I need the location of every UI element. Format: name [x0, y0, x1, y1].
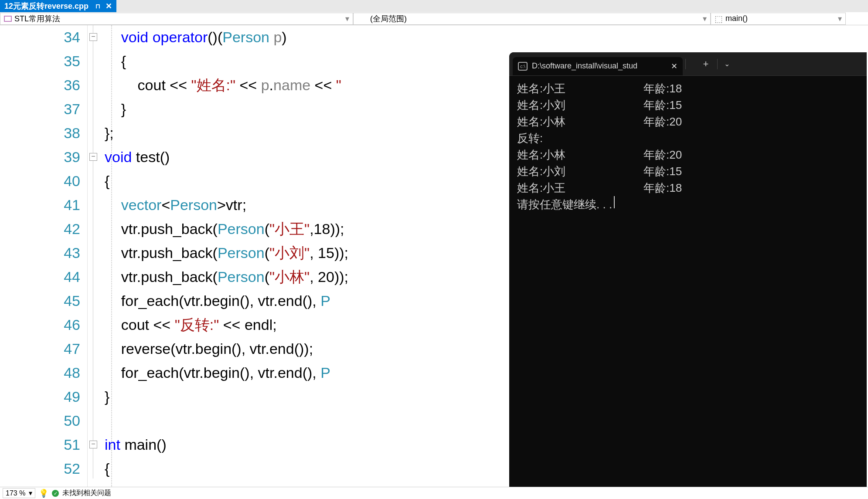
scope-dropdown[interactable]: STL常用算法 ▾ [0, 13, 353, 25]
terminal-line: 姓名:小王年龄:18 [517, 180, 859, 196]
cursor [614, 196, 615, 208]
line-number: 44 [0, 265, 80, 289]
divider [717, 59, 718, 69]
issues-text: 未找到相关问题 [62, 489, 111, 498]
line-number: 40 [0, 169, 80, 193]
fold-toggle[interactable]: − [89, 441, 97, 448]
close-icon[interactable]: ✕ [106, 1, 112, 11]
terminal-line: 姓名:小刘年龄:15 [517, 163, 859, 180]
file-tab-bar: 12元素反转reverse.cpp ⊓ ✕ [0, 0, 868, 12]
fold-toggle[interactable]: − [89, 33, 97, 41]
code-line: void operator()(Person p) [105, 25, 868, 49]
file-tab-name: 12元素反转reverse.cpp [4, 1, 89, 11]
global-label: (全局范围) [370, 14, 407, 24]
function-dropdown[interactable]: ⬚ main() ▾ [711, 13, 846, 25]
line-number: 34 [0, 25, 80, 49]
file-tab-active[interactable]: 12元素反转reverse.cpp ⊓ ✕ [0, 0, 116, 12]
fold-column: − − − [87, 25, 105, 487]
new-tab-button[interactable]: + [697, 58, 715, 70]
chevron-down-icon: ▾ [838, 14, 842, 24]
terminal-tab[interactable]: c:\ D:\software_install\visual_stud ✕ [513, 57, 683, 75]
divider [685, 59, 686, 69]
line-number: 35 [0, 49, 80, 73]
line-number: 42 [0, 217, 80, 241]
line-number: 43 [0, 241, 80, 265]
line-number: 46 [0, 313, 80, 337]
terminal-line: 反转: [517, 130, 859, 146]
tab-dropdown-icon[interactable]: ⌄ [720, 60, 733, 68]
check-circle-icon: ✓ [52, 490, 59, 497]
terminal-prompt: 请按任意键继续. . . [517, 196, 859, 213]
terminal-line: 姓名:小林年龄:20 [517, 146, 859, 163]
status-bar: 173 % ▾ 💡 ✓ 未找到相关问题 [0, 487, 868, 499]
terminal-window[interactable]: c:\ D:\software_install\visual_stud ✕ + … [509, 52, 867, 488]
lightbulb-icon[interactable]: 💡 [39, 489, 48, 498]
scope-label: STL常用算法 [14, 14, 60, 24]
chevron-down-icon: ▾ [345, 14, 349, 24]
terminal-line: 姓名:小刘年龄:15 [517, 97, 859, 113]
line-number-gutter: 34 35 36 37 38 39 40 41 42 43 44 45 46 4… [0, 25, 87, 487]
line-number: 39 [0, 145, 80, 169]
global-scope-dropdown[interactable]: (全局范围) ▾ [353, 13, 711, 25]
terminal-output[interactable]: 姓名:小王年龄:18 姓名:小刘年龄:15 姓名:小林年龄:20 反转: 姓名:… [509, 76, 867, 217]
terminal-titlebar: c:\ D:\software_install\visual_stud ✕ + … [509, 52, 867, 76]
chevron-down-icon: ▾ [29, 489, 32, 497]
console-icon: c:\ [518, 62, 528, 71]
line-number: 45 [0, 289, 80, 313]
line-number: 36 [0, 73, 80, 97]
pin-icon[interactable]: ⊓ [95, 3, 100, 10]
terminal-line: 姓名:小王年龄:18 [517, 80, 859, 97]
line-number: 48 [0, 361, 80, 385]
navigation-bar: STL常用算法 ▾ (全局范围) ▾ ⬚ main() ▾ [0, 12, 868, 25]
line-number: 37 [0, 97, 80, 121]
line-number: 50 [0, 409, 80, 433]
terminal-tab-title: D:\software_install\visual_stud [532, 61, 667, 71]
chevron-down-icon: ▾ [703, 14, 707, 24]
line-number: 52 [0, 457, 80, 481]
line-number: 47 [0, 337, 80, 361]
zoom-value: 173 % [6, 489, 25, 497]
line-number: 49 [0, 385, 80, 409]
close-icon[interactable]: ✕ [671, 61, 677, 71]
line-number: 41 [0, 193, 80, 217]
fold-guide [93, 25, 93, 479]
cube-icon: ⬚ [715, 14, 723, 24]
fold-toggle[interactable]: − [89, 153, 97, 161]
line-number: 51 [0, 433, 80, 457]
zoom-dropdown[interactable]: 173 % ▾ [3, 488, 35, 498]
function-label: main() [725, 14, 748, 23]
terminal-line: 姓名:小林年龄:20 [517, 113, 859, 130]
line-number: 38 [0, 121, 80, 145]
namespace-icon [4, 16, 12, 22]
